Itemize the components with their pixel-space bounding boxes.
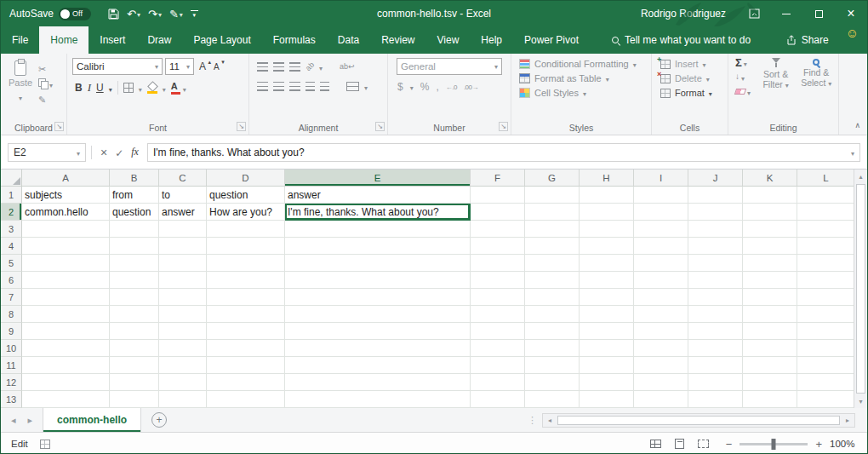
ribbon-tab-data[interactable]: Data [327,26,370,54]
cell-J5[interactable] [688,255,743,272]
cell-B8[interactable] [110,306,159,323]
cell-F10[interactable] [471,340,525,357]
cell-F11[interactable] [471,357,525,374]
cell-A6[interactable] [22,272,110,289]
cell-A10[interactable] [22,340,110,357]
cell-C8[interactable] [159,306,207,323]
cell-L13[interactable] [797,391,855,408]
page-layout-view-button[interactable] [675,439,684,449]
zoom-slider-thumb[interactable] [772,439,776,450]
sheet-nav-right-button[interactable] [28,415,33,426]
cell-A1[interactable]: subjects [22,187,110,204]
cell-A5[interactable] [22,255,110,272]
conditional-formatting-button[interactable]: Conditional Formatting [513,58,649,70]
cell-J2[interactable] [688,204,743,221]
cell-D6[interactable] [207,272,285,289]
scroll-up-button[interactable] [854,170,867,183]
underline-button[interactable]: U [96,82,104,94]
cell-F2[interactable] [471,204,525,221]
zoom-in-button[interactable] [815,439,822,450]
cell-A8[interactable] [22,306,110,323]
cell-F5[interactable] [471,255,525,272]
cell-C11[interactable] [159,357,207,374]
vertical-scroll-thumb[interactable] [856,184,865,394]
cell-F8[interactable] [471,306,525,323]
cell-B13[interactable] [110,391,159,408]
row-header-2[interactable]: 2 [1,204,22,221]
row-header-5[interactable]: 5 [1,255,22,272]
format-cells-button[interactable]: Format [654,87,726,99]
cell-F4[interactable] [471,238,525,255]
delete-cells-button[interactable]: Delete [654,72,726,84]
pen-tool-button[interactable]: ✎ [166,3,186,25]
ribbon-tab-power-pivot[interactable]: Power Pivot [513,26,590,54]
cell-I7[interactable] [634,289,688,306]
ribbon-display-options-button[interactable] [738,1,770,26]
cell-J7[interactable] [688,289,743,306]
align-top-button[interactable] [257,62,268,72]
cell-E10[interactable] [285,340,471,357]
sort-filter-button[interactable]: Sort & Filter [756,56,797,121]
cell-J12[interactable] [688,374,743,391]
row-header-7[interactable]: 7 [1,289,22,306]
bold-button[interactable]: B [75,82,83,94]
cell-B10[interactable] [110,340,159,357]
macro-record-icon[interactable] [40,440,50,449]
row-header-9[interactable]: 9 [1,323,22,340]
column-header-E[interactable]: E [285,170,471,187]
merge-center-button[interactable] [346,82,359,91]
clear-button[interactable] [735,85,756,97]
cell-G9[interactable] [525,323,580,340]
cell-I8[interactable] [634,306,688,323]
ribbon-tab-home[interactable]: Home [39,26,89,54]
cell-D2[interactable]: How are you? [207,204,285,221]
cell-C3[interactable] [159,221,207,238]
percent-button[interactable]: % [420,81,430,93]
cell-I9[interactable] [634,323,688,340]
autosave-toggle[interactable]: AutoSave Off [9,8,91,20]
scroll-left-button[interactable] [543,414,557,427]
column-header-B[interactable]: B [110,170,159,187]
new-sheet-button[interactable] [151,412,167,428]
cell-E6[interactable] [285,272,471,289]
cell-H1[interactable] [580,187,634,204]
autosum-button[interactable]: Σ [735,56,756,68]
cell-L3[interactable] [797,221,855,238]
cell-D4[interactable] [207,238,285,255]
ribbon-tab-view[interactable]: View [426,26,471,54]
shrink-font-button[interactable] [211,60,222,72]
cell-K13[interactable] [743,391,797,408]
column-header-D[interactable]: D [207,170,285,187]
cell-E3[interactable] [285,221,471,238]
cell-I4[interactable] [634,238,688,255]
cell-G8[interactable] [525,306,580,323]
cell-L9[interactable] [797,323,855,340]
cell-J9[interactable] [688,323,743,340]
copy-button[interactable] [38,78,53,89]
feedback-smiley-icon[interactable] [846,26,859,54]
zoom-out-button[interactable] [726,439,733,450]
row-header-6[interactable]: 6 [1,272,22,289]
align-left-button[interactable] [257,82,268,91]
align-bottom-button[interactable] [289,62,300,72]
cell-G4[interactable] [525,238,580,255]
customize-qat-button[interactable] [187,3,202,25]
tell-me-box[interactable]: Tell me what you want to do [612,26,751,54]
close-button[interactable] [835,1,867,26]
cell-E1[interactable]: answer [285,187,471,204]
cell-J3[interactable] [688,221,743,238]
cancel-entry-button[interactable] [100,145,107,160]
align-right-button[interactable] [289,82,300,91]
cell-D7[interactable] [207,289,285,306]
cell-L11[interactable] [797,357,855,374]
column-header-I[interactable]: I [634,170,688,187]
row-header-8[interactable]: 8 [1,306,22,323]
ribbon-tab-formulas[interactable]: Formulas [262,26,327,54]
horizontal-scrollbar[interactable] [542,413,855,428]
cell-K12[interactable] [743,374,797,391]
undo-button[interactable]: ↶ [123,3,144,25]
cell-L5[interactable] [797,255,855,272]
cell-A9[interactable] [22,323,110,340]
cell-G10[interactable] [525,340,580,357]
cell-L6[interactable] [797,272,855,289]
